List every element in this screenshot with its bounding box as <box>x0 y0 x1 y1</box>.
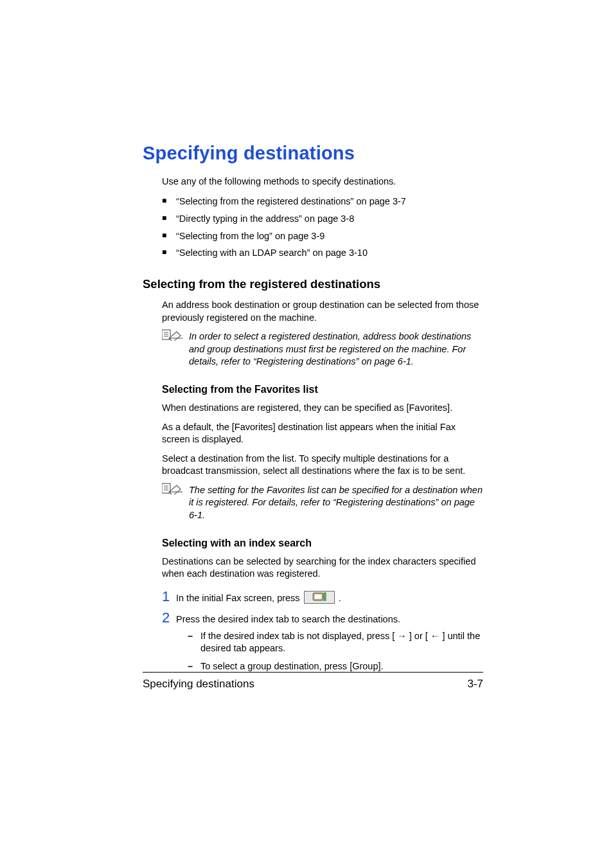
paragraph: When destinations are registered, they c… <box>162 402 483 415</box>
sub-step-list: If the desired index tab is not displaye… <box>188 630 483 673</box>
step-number: 1 <box>162 587 176 606</box>
note-text: In order to select a registered destinat… <box>189 330 483 368</box>
list-item: “Directly typing in the address” on page… <box>162 213 483 225</box>
paragraph: An address book destination or group des… <box>162 299 483 324</box>
svg-rect-12 <box>314 594 322 599</box>
footer-page-number: 3-7 <box>467 678 483 691</box>
paragraph: Destinations can be selected by searchin… <box>162 556 483 581</box>
section-heading-registered: Selecting from the registered destinatio… <box>143 277 483 291</box>
footer-section-title: Specifying destinations <box>143 678 254 691</box>
note-icon <box>162 483 184 496</box>
step-text-pre: In the initial Fax screen, press <box>176 593 303 603</box>
step-1: 1 In the initial Fax screen, press . <box>162 587 483 608</box>
list-item: “Selecting from the registered destinati… <box>162 195 483 208</box>
step-text-post: . <box>339 593 341 603</box>
page-title: Specifying destinations <box>143 143 483 164</box>
list-item: If the desired index tab is not displaye… <box>188 630 483 655</box>
svg-rect-13 <box>324 593 326 601</box>
paragraph: As a default, the [Favorites] destinatio… <box>162 421 483 446</box>
step-text: Press the desired index tab to search th… <box>176 613 483 626</box>
address-book-button-icon <box>304 591 335 608</box>
note-text: The setting for the Favorites list can b… <box>189 484 483 522</box>
note-block: In order to select a registered destinat… <box>162 330 483 368</box>
methods-list: “Selecting from the registered destinati… <box>162 195 483 259</box>
note-block: The setting for the Favorites list can b… <box>162 484 483 522</box>
list-item: To select a group destination, press [Gr… <box>188 660 483 673</box>
page: Specifying destinations Use any of the f… <box>0 0 613 868</box>
intro-paragraph: Use any of the following methods to spec… <box>162 176 483 188</box>
footer-line: Specifying destinations 3-7 <box>143 678 483 691</box>
step-2: 2 Press the desired index tab to search … <box>162 608 483 628</box>
content-area: Specifying destinations Use any of the f… <box>143 143 483 678</box>
page-footer: Specifying destinations 3-7 <box>143 672 483 691</box>
list-item: “Selecting from the log” on page 3-9 <box>162 230 483 242</box>
footer-rule <box>143 672 483 673</box>
section-heading-index-search: Selecting with an index search <box>162 538 483 549</box>
note-icon <box>162 329 184 342</box>
step-text: In the initial Fax screen, press . <box>176 591 483 608</box>
paragraph: Select a destination from the list. To s… <box>162 453 483 478</box>
section-heading-favorites: Selecting from the Favorites list <box>162 384 483 395</box>
list-item: “Selecting with an LDAP search” on page … <box>162 247 483 259</box>
step-number: 2 <box>162 608 176 628</box>
